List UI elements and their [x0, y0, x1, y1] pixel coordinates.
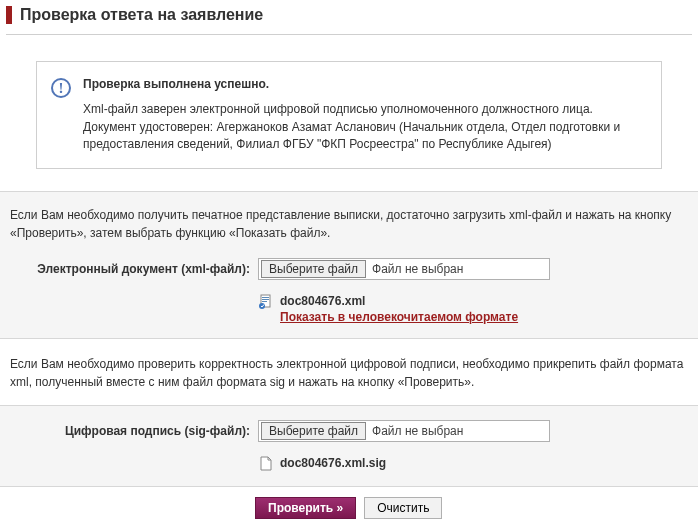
svg-point-4 [259, 303, 265, 309]
xml-file-input[interactable]: Выберите файл Файл не выбран [258, 258, 550, 280]
xml-choose-button[interactable]: Выберите файл [261, 260, 366, 278]
message-box: ! Проверка выполнена успешно. Xml-файл з… [36, 61, 662, 169]
message-line2: Документ удостоверен: Агержаноков Азамат… [83, 119, 647, 154]
sig-choose-button[interactable]: Выберите файл [261, 422, 366, 440]
title-bar: Проверка ответа на заявление [6, 0, 692, 35]
sig-file-icon [258, 456, 274, 472]
check-button[interactable]: Проверить » [255, 497, 356, 519]
svg-rect-1 [262, 297, 269, 298]
sig-file-status: Файл не выбран [372, 424, 463, 438]
sig-hint: Если Вам необходимо проверить корректнос… [10, 355, 688, 391]
xml-file-status: Файл не выбран [372, 262, 463, 276]
sig-hint-section: Если Вам необходимо проверить корректнос… [0, 338, 698, 405]
sig-file-entry: doc804676.xml.sig [258, 456, 688, 472]
svg-rect-3 [262, 301, 267, 302]
page-title: Проверка ответа на заявление [20, 6, 263, 24]
button-row: Проверить » Очистить [0, 486, 698, 529]
svg-rect-2 [262, 299, 269, 300]
xml-file-name: doc804676.xml [280, 294, 518, 308]
clear-button[interactable]: Очистить [364, 497, 442, 519]
sig-file-input[interactable]: Выберите файл Файл не выбран [258, 420, 550, 442]
title-marker [6, 6, 12, 24]
sig-label: Цифровая подпись (sig-файл): [10, 420, 258, 438]
xml-label: Электронный документ (xml-файл): [10, 258, 258, 276]
sig-file-info: doc804676.xml.sig [280, 456, 386, 470]
xml-form-row: Электронный документ (xml-файл): Выберит… [10, 258, 688, 324]
message-heading: Проверка выполнена успешно. [83, 76, 647, 93]
sig-control-col: Выберите файл Файл не выбран doc804676.x… [258, 420, 688, 472]
sig-file-name: doc804676.xml.sig [280, 456, 386, 470]
xml-file-entry: doc804676.xml Показать в человекочитаемо… [258, 294, 688, 324]
xml-file-icon [258, 294, 274, 310]
info-icon: ! [51, 78, 71, 98]
xml-section: Если Вам необходимо получить печатное пр… [0, 191, 698, 338]
message-body: Проверка выполнена успешно. Xml-файл зав… [83, 76, 647, 154]
xml-control-col: Выберите файл Файл не выбран doc804676.x… [258, 258, 688, 324]
xml-hint: Если Вам необходимо получить печатное пр… [10, 206, 688, 242]
sig-section: Цифровая подпись (sig-файл): Выберите фа… [0, 405, 698, 486]
sig-form-row: Цифровая подпись (sig-файл): Выберите фа… [10, 420, 688, 472]
message-line1: Xml-файл заверен электронной цифровой по… [83, 101, 647, 118]
show-human-readable-link[interactable]: Показать в человекочитаемом формате [280, 310, 518, 324]
xml-file-info: doc804676.xml Показать в человекочитаемо… [280, 294, 518, 324]
